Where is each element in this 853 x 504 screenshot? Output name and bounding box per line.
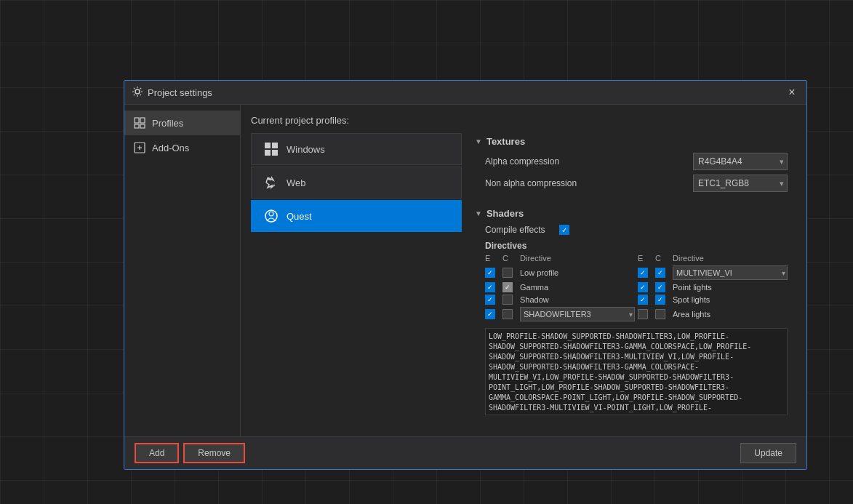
dir-c-low-profile[interactable] [502,268,513,278]
web-icon [263,175,279,191]
current-profiles-label: Current project profiles: [251,115,796,126]
dir-label-low-profile: Low profile [520,268,635,277]
dir-col-e1: E [485,254,500,263]
dir-col-e2: E [638,254,652,263]
dir-c-gamma[interactable]: ✓ [502,282,513,292]
project-settings-dialog: Project settings × Profiles [124,80,807,470]
directives-textarea[interactable]: LOW_PROFILE-SHADOW_SUPPORTED-SHADOWFILTE… [485,328,788,415]
compile-effects-row: Compile effects ✓ [485,225,788,235]
dir-label-area-lights: Area lights [673,310,788,319]
shadowfilter-select[interactable]: SHADOWFILTER3 SHADOWFILTER2 [520,307,635,321]
directive-row-3: ✓ SHADOWFILTER3 SHADOWFILTER2 [485,307,788,321]
dir-e-spot-lights[interactable]: ✓ [638,295,648,305]
sidebar: Profiles Add-Ons [124,105,241,436]
shaders-label: Shaders [486,208,524,219]
multiview-select[interactable]: MULTIVIEW_VI MULTIVIEW_V2 [673,265,788,280]
textures-section: ▼ Textures Alpha compression R4G4B4A4 [470,133,796,202]
dir-e-low-profile[interactable]: ✓ [485,268,495,278]
dir-e-point-lights[interactable]: ✓ [638,282,648,292]
profiles-list: Windows Web [251,133,462,426]
textures-chevron: ▼ [475,137,482,145]
dir-col-directive1: Directive [520,254,635,263]
shaders-content: Compile effects ✓ Directives E C Directi… [470,222,796,423]
alpha-compression-wrapper: R4G4B4A4 DXT1 ETC1 PVRTC [693,153,788,170]
update-button[interactable]: Update [740,443,796,463]
dir-col-directive2: Directive [673,254,788,263]
svg-rect-6 [265,143,271,148]
shaders-section: ▼ Shaders Compile effects ✓ Directives [470,205,796,423]
multiview-select-wrapper: MULTIVIEW_VI MULTIVIEW_V2 [673,265,788,280]
profile-item-quest[interactable]: Quest [251,200,462,232]
dialog-body: Profiles Add-Ons Current project profile… [124,105,806,436]
footer-left-buttons: Add Remove [135,443,245,463]
textures-content: Alpha compression R4G4B4A4 DXT1 ETC1 PVR… [470,150,796,202]
sidebar-item-addons[interactable]: Add-Ons [124,135,240,160]
svg-point-11 [269,212,273,216]
svg-rect-4 [140,124,145,128]
settings-icon [132,86,143,100]
profile-item-web[interactable]: Web [251,167,462,199]
svg-rect-2 [140,118,145,123]
dir-label-spot-lights: Spot lights [673,295,788,304]
shadowfilter-select-wrapper: SHADOWFILTER3 SHADOWFILTER2 [520,307,635,321]
add-button[interactable]: Add [135,443,179,463]
dir-c-shadow[interactable] [502,295,513,305]
dir-col-c1: C [502,254,517,263]
remove-button[interactable]: Remove [183,443,245,463]
directive-row-1: ✓ ✓ Gamma ✓ ✓ Point lights [485,282,788,292]
windows-icon [263,141,279,157]
non-alpha-compression-row: Non alpha compression ETC1_RGB8 DXT1 PVR… [485,175,788,192]
main-content: Current project profiles: [241,105,806,436]
profile-item-windows[interactable]: Windows [251,133,462,165]
dir-label-point-lights: Point lights [673,283,788,292]
dir-label-shadow: Shadow [520,295,635,304]
dir-c-multiview[interactable]: ✓ [655,268,665,278]
dialog-footer: Add Remove Update [124,436,806,469]
dir-c-point-lights[interactable]: ✓ [655,282,665,292]
profile-label-quest: Quest [287,211,312,222]
dir-c-shadowfilter[interactable] [502,309,513,319]
dir-e-shadow[interactable]: ✓ [485,295,495,305]
compile-effects-checkbox[interactable]: ✓ [559,225,569,235]
directive-row-0: ✓ Low profile ✓ ✓ MULTIVIEW_VI MULTIVIEW… [485,265,788,280]
dialog-title: Project settings [148,87,212,98]
addons-icon [133,141,146,154]
sidebar-item-profiles-label: Profiles [152,118,183,129]
directives-label: Directives [485,241,788,251]
svg-rect-8 [265,150,271,156]
shaders-header[interactable]: ▼ Shaders [470,205,796,222]
non-alpha-compression-select[interactable]: ETC1_RGB8 DXT1 PVRTC [693,175,788,192]
sidebar-item-addons-label: Add-Ons [152,143,189,153]
textures-label: Textures [486,136,525,147]
quest-icon [263,208,279,224]
dir-col-c2: C [655,254,670,263]
close-button[interactable]: × [785,85,799,100]
alpha-compression-row: Alpha compression R4G4B4A4 DXT1 ETC1 PVR… [485,153,788,170]
svg-rect-1 [135,118,139,123]
dir-c-spot-lights[interactable]: ✓ [655,295,665,305]
alpha-compression-select[interactable]: R4G4B4A4 DXT1 ETC1 PVRTC [693,153,788,170]
non-alpha-compression-wrapper: ETC1_RGB8 DXT1 PVRTC [693,175,788,192]
profiles-icon [133,116,146,129]
dir-e-gamma[interactable]: ✓ [485,282,495,292]
sidebar-item-profiles[interactable]: Profiles [124,111,240,135]
dir-c-area-lights[interactable] [655,309,665,319]
directives-header-row: E C Directive E C Directive [485,254,788,263]
dir-label-gamma: Gamma [520,283,635,292]
settings-panel: ▼ Textures Alpha compression R4G4B4A4 [470,133,796,426]
svg-rect-3 [135,124,139,128]
dir-e-shadowfilter[interactable]: ✓ [485,309,495,319]
svg-rect-7 [272,143,278,148]
dialog-titlebar: Project settings × [124,81,806,105]
alpha-compression-label: Alpha compression [485,156,559,167]
titlebar-left: Project settings [132,86,212,100]
dir-e-area-lights[interactable] [638,309,648,319]
compile-effects-label: Compile effects [485,225,545,235]
profile-label-windows: Windows [287,144,325,155]
non-alpha-compression-label: Non alpha compression [485,178,577,188]
content-area: Windows Web [251,133,796,426]
svg-rect-9 [272,150,278,156]
directive-row-2: ✓ Shadow ✓ ✓ Spot lights [485,295,788,305]
dir-e-multiview[interactable]: ✓ [638,268,648,278]
textures-header[interactable]: ▼ Textures [470,133,796,150]
